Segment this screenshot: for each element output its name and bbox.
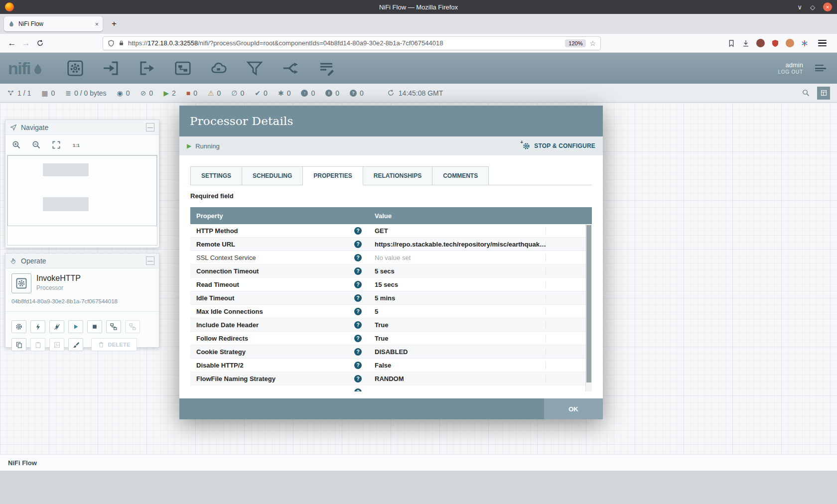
tab-title: NiFi Flow bbox=[18, 20, 91, 27]
lock-icon[interactable] bbox=[118, 40, 125, 46]
ok-button[interactable]: OK bbox=[544, 398, 603, 419]
start-button[interactable] bbox=[68, 320, 83, 333]
upload-template-button[interactable] bbox=[125, 320, 140, 333]
reload-button[interactable] bbox=[33, 36, 47, 50]
birdseye-minimap[interactable] bbox=[7, 155, 157, 246]
panel-toggle-button[interactable] bbox=[817, 87, 830, 100]
stat-active-threads: ▦0 bbox=[41, 89, 55, 97]
disable-button[interactable] bbox=[49, 320, 64, 333]
new-tab-button[interactable]: + bbox=[108, 17, 121, 30]
property-row: Cookie Strategy? DISABLED bbox=[190, 345, 592, 359]
browser-tab[interactable]: NiFi Flow × bbox=[4, 16, 103, 31]
hand-pointer-icon bbox=[10, 257, 17, 264]
help-icon[interactable]: ? bbox=[354, 375, 362, 382]
window-minimize-button[interactable]: ∨ bbox=[797, 4, 802, 10]
property-row: Max Idle Connections? 5 bbox=[190, 305, 592, 318]
ublock-extension-icon[interactable] bbox=[771, 39, 779, 47]
stat-locally-modified: ✱0 bbox=[278, 89, 291, 97]
help-icon[interactable]: ? bbox=[354, 388, 362, 392]
logout-link[interactable]: LOG OUT bbox=[778, 69, 803, 76]
label-component-icon[interactable] bbox=[315, 57, 337, 79]
bookmark-star-icon[interactable]: ☆ bbox=[589, 39, 596, 47]
refresh-icon[interactable] bbox=[387, 89, 395, 97]
running-status-label: Running bbox=[195, 142, 219, 150]
global-menu-button[interactable] bbox=[812, 68, 829, 69]
nifi-favicon-icon bbox=[8, 20, 15, 27]
table-scrollbar-thumb[interactable] bbox=[586, 225, 591, 382]
tab-close-icon[interactable]: × bbox=[95, 20, 99, 28]
zoom-fit-button[interactable] bbox=[51, 140, 61, 150]
help-icon[interactable]: ? bbox=[354, 294, 362, 302]
save-to-pocket-icon[interactable] bbox=[727, 39, 735, 47]
downloads-icon[interactable] bbox=[742, 39, 750, 47]
help-icon[interactable]: ? bbox=[354, 254, 362, 261]
stop-button[interactable] bbox=[87, 320, 102, 333]
tab-scheduling[interactable]: SCHEDULING bbox=[242, 166, 303, 185]
processor-component-icon[interactable] bbox=[64, 57, 86, 79]
search-icon[interactable] bbox=[802, 89, 810, 97]
stop-and-configure-button[interactable]: + STOP & CONFIGURE bbox=[522, 142, 595, 150]
tab-settings[interactable]: SETTINGS bbox=[190, 166, 242, 185]
zoom-in-button[interactable] bbox=[11, 140, 21, 150]
value-column-header: Value bbox=[369, 212, 592, 220]
address-bar[interactable]: https://172.18.0.3:32558/nifi/?processGr… bbox=[103, 36, 601, 50]
configure-button[interactable] bbox=[11, 320, 26, 333]
tab-comments[interactable]: COMMENTS bbox=[432, 166, 489, 185]
current-user: admin bbox=[778, 61, 803, 69]
sync-failure-icon: ? bbox=[350, 90, 357, 97]
stopped-icon: ■ bbox=[186, 90, 190, 97]
zoom-actual-size-button[interactable] bbox=[71, 140, 82, 150]
divider bbox=[5, 311, 159, 312]
stat-queued: ≣0 / 0 bytes bbox=[65, 89, 106, 97]
help-icon[interactable]: ? bbox=[354, 227, 362, 235]
help-icon[interactable]: ? bbox=[354, 362, 362, 369]
tab-properties[interactable]: PROPERTIES bbox=[303, 166, 363, 185]
help-icon[interactable]: ? bbox=[354, 348, 362, 356]
create-template-button[interactable] bbox=[106, 320, 121, 333]
delete-button[interactable]: DELETE bbox=[91, 338, 137, 351]
stat-invalid: ⚠0 bbox=[208, 89, 221, 97]
breadcrumb-bar: NiFi Flow bbox=[0, 454, 837, 471]
property-row-partial: ? bbox=[190, 385, 592, 391]
paste-button[interactable] bbox=[30, 338, 45, 351]
breadcrumb[interactable]: NiFi Flow bbox=[8, 459, 37, 467]
output-port-component-icon[interactable] bbox=[136, 57, 158, 79]
funnel-component-icon[interactable] bbox=[244, 57, 266, 79]
process-group-component-icon[interactable] bbox=[172, 57, 194, 79]
operate-panel: Operate — InvokeHTTP Processor 04b8fd14-… bbox=[5, 253, 159, 348]
change-color-button[interactable] bbox=[68, 338, 83, 351]
extension-asterisk-icon[interactable] bbox=[801, 39, 809, 47]
remote-process-group-component-icon[interactable] bbox=[208, 57, 230, 79]
help-icon[interactable]: ? bbox=[354, 281, 362, 288]
zoom-level-badge[interactable]: 120% bbox=[565, 39, 586, 47]
tracking-protection-shield-icon[interactable] bbox=[108, 40, 115, 47]
navigate-collapse-button[interactable]: — bbox=[146, 123, 154, 131]
selected-component-name: InvokeHTTP bbox=[36, 274, 81, 283]
help-icon[interactable]: ? bbox=[354, 267, 362, 275]
required-field-note: Required field bbox=[190, 192, 592, 200]
browser-menu-button[interactable] bbox=[815, 36, 829, 50]
dialog-status-bar: ▶ Running + STOP & CONFIGURE bbox=[179, 136, 603, 155]
help-icon[interactable]: ? bbox=[354, 321, 362, 329]
extension-avatar-icon[interactable] bbox=[756, 39, 765, 47]
up-to-date-icon: ✔ bbox=[255, 90, 261, 97]
back-button[interactable]: ← bbox=[5, 36, 19, 50]
table-scrollbar[interactable] bbox=[585, 224, 592, 391]
fill-color-button[interactable] bbox=[49, 338, 64, 351]
help-icon[interactable]: ? bbox=[354, 241, 362, 248]
minimap-component bbox=[43, 197, 89, 211]
template-component-icon[interactable] bbox=[279, 57, 301, 79]
copy-button[interactable] bbox=[11, 338, 26, 351]
window-close-button[interactable]: × bbox=[823, 2, 832, 11]
operate-collapse-button[interactable]: — bbox=[146, 256, 154, 265]
dialog-body: SETTINGS SCHEDULING PROPERTIES RELATIONS… bbox=[179, 155, 603, 398]
input-port-component-icon[interactable] bbox=[100, 57, 122, 79]
forward-button[interactable]: → bbox=[19, 36, 33, 50]
extension-avatar2-icon[interactable] bbox=[786, 39, 794, 47]
help-icon[interactable]: ? bbox=[354, 308, 362, 315]
zoom-out-button[interactable] bbox=[31, 140, 41, 150]
help-icon[interactable]: ? bbox=[354, 335, 362, 342]
tab-relationships[interactable]: RELATIONSHIPS bbox=[363, 166, 432, 185]
window-maximize-button[interactable]: ◇ bbox=[810, 4, 815, 10]
enable-button[interactable] bbox=[30, 320, 45, 333]
